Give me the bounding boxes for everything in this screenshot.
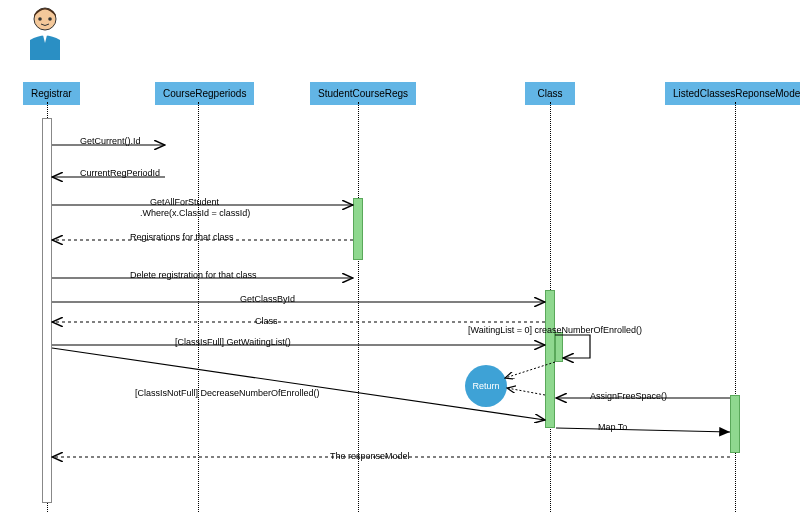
actor-avatar bbox=[20, 5, 70, 60]
msg-mapto: Map To bbox=[598, 422, 627, 432]
return-badge: Return bbox=[465, 365, 507, 407]
arrows-layer bbox=[0, 0, 800, 519]
svg-line-12 bbox=[507, 388, 545, 395]
lifeline-registrar: Registrar bbox=[23, 82, 80, 105]
msg-responsemodel: The responseModel bbox=[330, 451, 410, 461]
lifeline-studentcourseregs: StudentCourseRegs bbox=[310, 82, 416, 105]
msg-classisnotfull: [ClassIsNotFull] DecreaseNumberOfEnrolle… bbox=[135, 388, 320, 398]
msg-waitinglist0: [WaitingList = 0] creaseNumberOfEnrolled… bbox=[468, 325, 642, 335]
msg-assignfreespace: AssignFreeSpace() bbox=[590, 391, 667, 401]
lifeline-line-courseregperiods bbox=[198, 102, 199, 512]
msg-getclassbyid: GetClassById bbox=[240, 294, 295, 304]
msg-currentregperiodid: CurrentRegPeriodId bbox=[80, 168, 160, 178]
lifeline-listedclasses: ListedClassesReponseModel bbox=[665, 82, 800, 105]
lifeline-courseregperiods: CourseRegperiods bbox=[155, 82, 254, 105]
msg-classreturn: Class bbox=[255, 316, 278, 326]
svg-point-1 bbox=[38, 17, 42, 21]
activation-studentcourseregs bbox=[353, 198, 363, 260]
msg-getallforstudent: GetAllForStudent bbox=[150, 197, 219, 207]
activation-listedclasses bbox=[730, 395, 740, 453]
activation-class-self bbox=[555, 332, 563, 362]
msg-getcurrent: GetCurrent().Id bbox=[80, 136, 141, 146]
msg-deletereg: Delete registration for that class bbox=[130, 270, 257, 280]
msg-registrations: Regisrations for that class bbox=[130, 232, 234, 242]
activation-registrar bbox=[42, 118, 52, 503]
svg-line-15 bbox=[556, 428, 730, 432]
activation-class bbox=[545, 290, 555, 428]
msg-classisfull: [ClassIsFull] GetWaitingList() bbox=[175, 337, 291, 347]
svg-point-2 bbox=[48, 17, 52, 21]
msg-whereclause: .Where(x.ClassId = classId) bbox=[140, 208, 250, 218]
